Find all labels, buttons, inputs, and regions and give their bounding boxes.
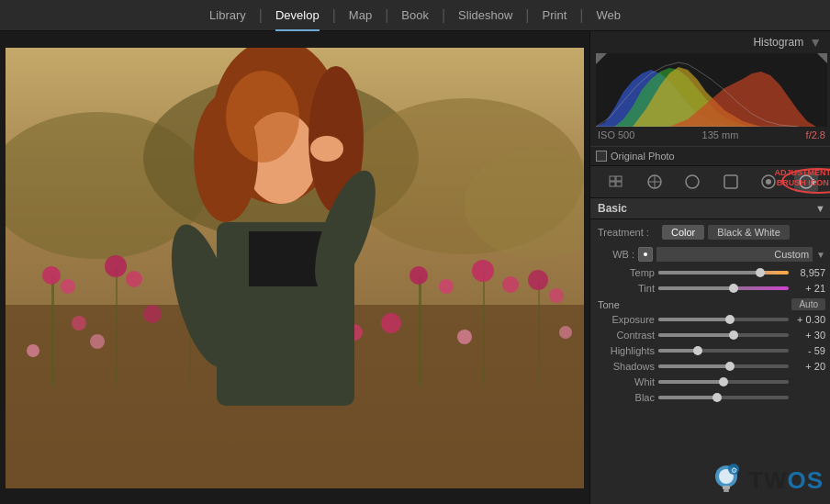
temp-thumb[interactable] <box>756 268 765 277</box>
twos-os: OS <box>787 466 824 494</box>
tint-label: Tint <box>598 283 655 294</box>
tone-section-header: Tone Auto <box>598 298 825 310</box>
whites-label: Whit <box>598 376 655 387</box>
histogram-svg <box>596 53 827 127</box>
svg-point-25 <box>528 270 548 290</box>
photo-container <box>6 48 584 488</box>
tool-crop[interactable] <box>605 172 629 192</box>
nav-slideshow[interactable]: Slideshow <box>445 0 525 31</box>
svg-point-24 <box>502 276 519 293</box>
twos-tw: TW <box>748 466 787 494</box>
svg-rect-48 <box>616 182 622 186</box>
iso-label: ISO 500 <box>598 129 634 140</box>
temp-value: 8,957 <box>792 267 825 278</box>
histogram-info: ISO 500 135 mm f/2.8 <box>596 127 827 140</box>
contrast-slider-row: Contrast + 30 <box>598 330 825 341</box>
nav-library[interactable]: Library <box>196 0 259 31</box>
svg-point-15 <box>126 271 142 287</box>
highlights-track[interactable] <box>658 349 789 353</box>
twos-text: TWOS <box>748 466 824 495</box>
contrast-label: Contrast <box>598 330 655 341</box>
blacks-fill <box>658 396 717 399</box>
nav-book[interactable]: Book <box>388 0 442 31</box>
whites-thumb[interactable] <box>719 377 728 386</box>
temp-label: Temp <box>598 267 655 278</box>
histogram-chart <box>596 53 827 127</box>
original-photo-checkbox[interactable] <box>596 151 607 162</box>
svg-marker-43 <box>596 53 607 64</box>
basic-section-header[interactable]: Basic ▼ <box>590 198 830 219</box>
wb-select[interactable]: Custom <box>656 247 813 262</box>
tint-value: + 21 <box>792 283 825 294</box>
shadows-fill <box>658 364 730 368</box>
temp-track[interactable] <box>658 271 789 274</box>
svg-point-12 <box>42 266 61 285</box>
svg-rect-7 <box>116 268 118 387</box>
blacks-track[interactable] <box>658 396 789 399</box>
wb-picker-dot <box>644 252 647 256</box>
tool-spot[interactable] <box>680 172 704 192</box>
whites-fill <box>658 380 723 384</box>
nav-map[interactable]: Map <box>336 0 385 31</box>
crop2-icon <box>646 174 663 190</box>
tone-label: Tone <box>598 299 620 310</box>
color-btn[interactable]: Color <box>662 225 704 240</box>
exposure-value: + 0.30 <box>792 314 825 325</box>
svg-point-28 <box>90 334 105 349</box>
svg-rect-11 <box>538 282 540 387</box>
svg-point-18 <box>143 305 162 323</box>
tint-track[interactable] <box>658 286 789 290</box>
shadows-thumb[interactable] <box>725 362 735 371</box>
whites-track[interactable] <box>658 380 789 384</box>
auto-btn[interactable]: Auto <box>791 298 825 310</box>
svg-point-42 <box>226 71 299 162</box>
histogram-toggle[interactable]: ▼ <box>809 35 822 50</box>
highlights-label: Highlights <box>598 345 655 356</box>
blacks-thumb[interactable] <box>712 393 722 402</box>
svg-point-27 <box>27 344 39 357</box>
contrast-fill <box>658 333 734 337</box>
adjustment-brush-icon <box>796 174 816 190</box>
blacks-slider-row: Blac <box>598 392 825 403</box>
tool-graduated[interactable] <box>757 172 780 192</box>
svg-rect-10 <box>483 273 485 387</box>
wb-dropdown-arrow[interactable]: ▼ <box>816 250 825 260</box>
tool-crop2[interactable] <box>643 172 667 192</box>
svg-point-32 <box>559 326 572 339</box>
tint-fill <box>658 286 734 290</box>
exposure-track[interactable] <box>658 318 789 321</box>
nav-develop[interactable]: Develop <box>263 0 332 31</box>
svg-rect-46 <box>616 176 622 181</box>
svg-point-23 <box>472 260 494 282</box>
highlights-fill <box>658 349 698 353</box>
spot-icon <box>684 174 701 190</box>
contrast-thumb[interactable] <box>729 330 738 340</box>
highlights-thumb[interactable] <box>693 346 702 355</box>
basic-toggle[interactable]: ▼ <box>815 203 825 214</box>
tool-adjustment-brush[interactable] <box>794 172 818 192</box>
svg-rect-62 <box>723 489 729 492</box>
tool-icons-row: ADJUSTMENTBRUSH ICON <box>590 165 830 198</box>
wb-picker[interactable] <box>638 247 653 262</box>
histogram-header: Histogram ▼ <box>596 35 827 50</box>
treatment-label: Treatment : <box>598 227 662 238</box>
exposure-label: Exposure <box>598 314 655 325</box>
shadows-label: Shadows <box>598 361 655 372</box>
svg-rect-53 <box>724 175 737 188</box>
nav-print[interactable]: Print <box>530 0 580 31</box>
highlights-slider-row: Highlights - 59 <box>598 345 825 356</box>
tool-redeye[interactable] <box>719 172 743 192</box>
bw-btn[interactable]: Black & White <box>708 225 789 240</box>
svg-rect-9 <box>419 277 421 387</box>
fstop-label: f/2.8 <box>806 129 825 140</box>
temp-fill <box>658 271 760 274</box>
shadows-track[interactable] <box>658 364 789 368</box>
histogram-title: Histogram <box>753 36 803 49</box>
tint-thumb[interactable] <box>729 284 738 293</box>
nav-web[interactable]: Web <box>583 0 634 31</box>
svg-point-17 <box>72 316 86 330</box>
exposure-thumb[interactable] <box>725 315 735 324</box>
photo-area <box>0 31 589 504</box>
main-layout: Histogram ▼ <box>0 31 830 504</box>
contrast-track[interactable] <box>658 333 789 337</box>
